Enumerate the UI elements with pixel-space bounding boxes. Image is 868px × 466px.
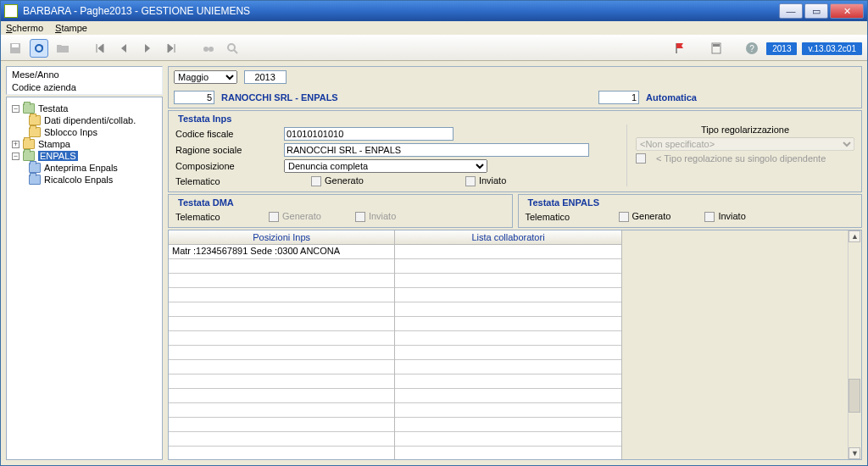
col-header-collaboratori[interactable]: Lista collaboratori (395, 230, 620, 245)
calculator-icon[interactable] (707, 39, 726, 58)
tree-enpals[interactable]: −ENPALS (10, 150, 159, 162)
first-icon[interactable] (91, 39, 109, 58)
label-codice-azienda: Codice azienda (12, 82, 157, 92)
label-codice-fiscale: Codice fiscale (175, 129, 277, 139)
label-mese-anno: Mese/Anno (12, 69, 157, 80)
scroll-down-icon[interactable]: ▼ (849, 447, 860, 459)
year-input[interactable] (244, 70, 287, 84)
tree-ricalcolo-enpals[interactable]: Ricalcolo Enpals (10, 174, 159, 186)
menubar: Schermo Stampe (1, 21, 867, 36)
scrollbar[interactable]: ▲ ▼ (848, 230, 861, 459)
checkbox-generato-dma: Generato (269, 211, 321, 222)
checkbox-inviato-dma: Inviato (355, 211, 396, 222)
scroll-thumb[interactable] (849, 379, 860, 413)
window-title: BARBARA - Paghe2013 - GESTIONE UNIEMENS (23, 5, 779, 17)
label-telematico-enpals: Telematico (526, 212, 585, 222)
codice-azienda-input[interactable] (174, 91, 214, 104)
label-tipo-reg: Tipo regolarizzazione (636, 125, 854, 135)
top-fields: Maggio (168, 66, 862, 88)
scroll-up-icon[interactable]: ▲ (849, 230, 860, 242)
save-icon[interactable] (6, 39, 25, 58)
fieldset-dma: Testata DMA Telematico Generato Inviato (168, 194, 513, 228)
maximize-button[interactable]: ▭ (804, 3, 828, 19)
titlebar: BARBARA - Paghe2013 - GESTIONE UNIEMENS … (1, 1, 867, 21)
nav-tree: −Testata Dati dipendenti/collab. Sblocco… (6, 97, 163, 460)
checkbox-inviato-inps[interactable]: Inviato (465, 175, 506, 186)
svg-rect-1 (12, 44, 19, 47)
folder-icon[interactable] (53, 39, 72, 58)
app-icon (4, 4, 18, 18)
company-name: RANOCCHI SRL - ENPALS (221, 92, 338, 103)
month-select[interactable]: Maggio (174, 70, 237, 84)
tree-stampa[interactable]: +Stampa (10, 138, 159, 150)
menu-schermo[interactable]: Schermo (6, 23, 43, 33)
svg-point-3 (209, 47, 214, 52)
next-icon[interactable] (138, 39, 157, 58)
svg-point-2 (203, 47, 209, 52)
toolbar: ? 2013 v.13.03.2c01 (1, 36, 867, 61)
label-telematico-dma: Telematico (175, 212, 235, 222)
badge-year: 2013 (766, 42, 797, 55)
tree-dati-dipendenti[interactable]: Dati dipendenti/collab. (10, 114, 159, 126)
help-icon[interactable]: ? (743, 39, 761, 58)
prev-icon[interactable] (114, 39, 133, 58)
svg-line-5 (234, 50, 237, 53)
label-telematico-inps: Telematico (175, 176, 277, 186)
flag-icon[interactable] (671, 39, 690, 58)
codice-fiscale-input[interactable] (284, 127, 453, 141)
search-icon[interactable] (223, 39, 242, 58)
fieldset-enpals: Testata ENPALS Telematico Generato Invia… (518, 194, 863, 228)
svg-text:?: ? (749, 44, 754, 53)
seq-label: Automatica (646, 92, 697, 103)
svg-rect-7 (713, 44, 720, 47)
minimize-button[interactable]: — (779, 3, 803, 19)
checkbox-generato-enpals[interactable]: Generato (619, 211, 671, 222)
ragione-sociale-input[interactable] (284, 143, 589, 157)
col-header-posizioni[interactable]: Posizioni Inps (169, 230, 394, 245)
checkbox-inviato-enpals[interactable]: Inviato (704, 211, 745, 222)
composizione-select[interactable]: Denuncia completa (284, 159, 487, 173)
tree-anteprima-enpals[interactable]: Anteprima Enpals (10, 162, 159, 174)
binoculars-icon[interactable] (199, 39, 218, 58)
close-button[interactable]: ✕ (830, 3, 864, 19)
seq-input[interactable] (598, 91, 639, 104)
tree-testata[interactable]: −Testata (10, 103, 159, 114)
label-composizione: Composizione (175, 161, 277, 171)
menu-stampe[interactable]: Stampe (55, 23, 87, 33)
tipo-reg-note: < Tipo regolazione su singolo dipendente (656, 153, 826, 164)
label-ragione-sociale: Ragione sociale (175, 145, 277, 155)
data-table: Posizioni Inps Matr :1234567891 Sede :03… (168, 230, 862, 460)
table-row[interactable]: Matr :1234567891 Sede :0300 ANCONA (169, 245, 394, 259)
refresh-icon[interactable] (30, 39, 48, 58)
svg-point-4 (228, 44, 235, 51)
checkbox-generato-inps[interactable]: Generato (311, 175, 364, 186)
badge-version: v.13.03.2c01 (802, 42, 862, 55)
tipo-reg-select: <Non specificato> (636, 137, 854, 151)
fieldset-inps: Testata Inps Codice fiscale Ragione soci… (168, 110, 862, 192)
last-icon[interactable] (162, 39, 181, 58)
tree-sblocco-inps[interactable]: Sblocco Inps (10, 126, 159, 138)
